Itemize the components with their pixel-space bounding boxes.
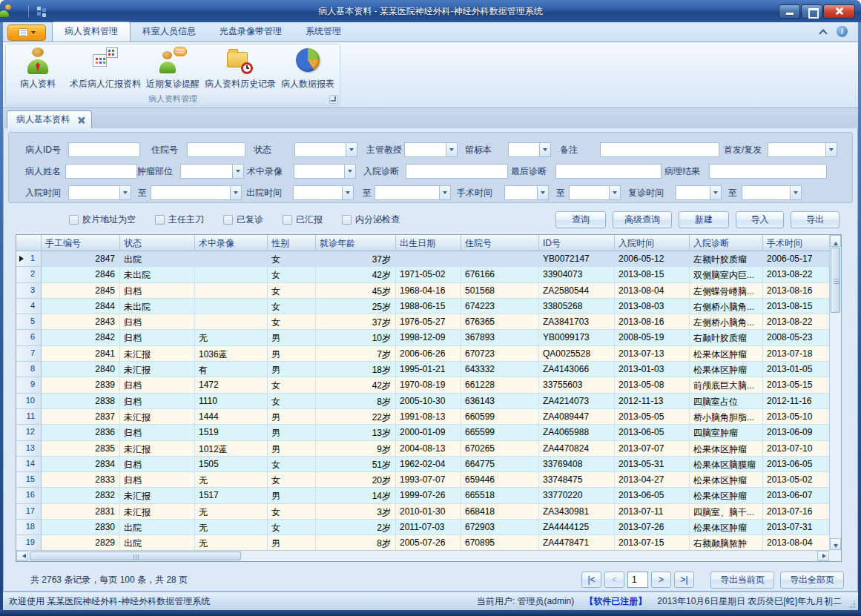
table-row[interactable]: 102838归档1110女8岁2005-10-30636143ZA4214073…: [16, 394, 841, 409]
resize-grip[interactable]: [848, 600, 855, 608]
table-row[interactable]: 112837未汇报1444男22岁1991-08-13660599ZA40894…: [16, 409, 841, 425]
quick-access-icon[interactable]: [36, 6, 47, 16]
checkbox-item[interactable]: 主任主刀: [155, 213, 204, 226]
table-row[interactable]: 92839归档1472女42岁1970-08-19661228337556032…: [16, 377, 841, 393]
filter-input[interactable]: [600, 142, 719, 157]
table-row[interactable]: 22846未出院女42岁1971-05-02676166339040732013…: [16, 267, 841, 282]
row-header[interactable]: 17: [16, 504, 42, 520]
table-row[interactable]: 32845归档女45岁1968-04-16501568ZA25805442013…: [16, 283, 841, 299]
column-header[interactable]: [16, 235, 42, 251]
column-header[interactable]: 住院号: [461, 235, 539, 251]
combo-dropdown-button[interactable]: [825, 143, 837, 156]
checkbox-item[interactable]: 胶片地址为空: [69, 213, 136, 226]
collapse-ribbon-icon[interactable]: [819, 30, 826, 34]
column-header[interactable]: 状态: [120, 235, 195, 251]
query-button[interactable]: 查询: [555, 211, 606, 228]
page-number-input[interactable]: [627, 572, 648, 588]
row-header[interactable]: 2: [16, 267, 42, 282]
checkbox[interactable]: [223, 215, 233, 225]
table-row[interactable]: 152833归档无女20岁1993-07-0765944633748475201…: [16, 472, 841, 488]
table-row[interactable]: 162832未汇报1517男14岁1999-07-266655183377022…: [16, 488, 841, 503]
filter-combo[interactable]: [404, 142, 458, 157]
filter-combo[interactable]: [508, 142, 551, 157]
filter-input[interactable]: [187, 142, 245, 157]
filter-combo[interactable]: [294, 164, 356, 179]
filter-combo[interactable]: [768, 142, 837, 157]
close-button[interactable]: [823, 4, 855, 19]
column-header[interactable]: 手术时间: [763, 235, 830, 251]
filter-input[interactable]: [68, 142, 140, 157]
export-current-page-button[interactable]: 导出当前页: [710, 572, 774, 589]
row-header[interactable]: 7: [16, 346, 42, 362]
registration-status-link[interactable]: 【软件已注册】: [584, 595, 647, 608]
checkbox-item[interactable]: 内分泌检查: [342, 213, 400, 226]
first-page-button[interactable]: |<: [581, 572, 601, 588]
previous-page-button[interactable]: <: [604, 572, 624, 588]
vertical-scrollbar[interactable]: [829, 235, 841, 550]
combo-dropdown-button[interactable]: [232, 165, 243, 178]
ribbon-button-calendar[interactable]: 术后病人汇报资料: [68, 46, 142, 92]
column-header[interactable]: 性别: [268, 235, 316, 251]
filter-input[interactable]: [709, 164, 827, 179]
filter-combo[interactable]: [375, 185, 451, 200]
ribbon-tab[interactable]: 病人资料管理: [52, 21, 131, 42]
dialog-launcher-icon[interactable]: [329, 95, 338, 104]
column-header[interactable]: 入院时间: [615, 235, 690, 251]
row-header[interactable]: 15: [16, 472, 42, 488]
column-header[interactable]: 出生日期: [396, 235, 461, 251]
ribbon-button-reminder[interactable]: 近期复诊提醒: [142, 46, 203, 92]
filter-input[interactable]: [555, 164, 662, 179]
table-row[interactable]: 72841未汇报1036蓝男7岁2006-06-26670723QA002552…: [16, 346, 841, 362]
last-page-button[interactable]: >|: [674, 572, 694, 588]
table-row[interactable]: 42844未出院女25岁1988-06-15674223338052682013…: [16, 299, 841, 314]
checkbox[interactable]: [283, 215, 292, 225]
filter-combo[interactable]: [293, 185, 354, 200]
table-row[interactable]: 122836归档1519男13岁2000-01-09665599ZA406598…: [16, 425, 841, 440]
next-page-button[interactable]: >: [651, 572, 671, 588]
row-header[interactable]: 11: [16, 409, 42, 425]
checkbox-item[interactable]: 已汇报: [283, 213, 323, 226]
document-tab[interactable]: 病人基本资料: [7, 110, 92, 128]
combo-dropdown-button[interactable]: [537, 186, 548, 199]
row-header[interactable]: 5: [16, 314, 42, 330]
filter-input[interactable]: [65, 164, 137, 179]
column-header[interactable]: 就诊年龄: [316, 235, 396, 251]
row-header[interactable]: 19: [16, 535, 42, 551]
scroll-left-button[interactable]: [16, 551, 28, 561]
minimize-button[interactable]: [779, 4, 800, 19]
row-header[interactable]: 1: [16, 251, 42, 267]
ribbon-tab[interactable]: 科室人员信息: [131, 22, 208, 42]
ribbon-button-history[interactable]: 病人资料历史记录: [203, 46, 277, 92]
scroll-up-button[interactable]: [830, 235, 841, 247]
table-row[interactable]: 192829出院无男8岁2005-07-26670895ZA4478471201…: [16, 535, 841, 551]
ribbon-button-patient[interactable]: 病人资料: [7, 46, 68, 92]
checkbox-item[interactable]: 已复诊: [223, 213, 263, 226]
row-header[interactable]: 4: [16, 299, 42, 314]
row-header[interactable]: 16: [16, 488, 42, 503]
table-row[interactable]: 12847出院女37岁YB00721472006-05-12左额叶胶质瘤2006…: [16, 251, 841, 267]
action-button[interactable]: 高级查询: [613, 211, 672, 228]
action-button[interactable]: 导出: [791, 211, 839, 228]
filter-combo[interactable]: [180, 164, 244, 179]
combo-dropdown-button[interactable]: [710, 186, 721, 199]
checkbox[interactable]: [69, 215, 79, 225]
row-header[interactable]: 3: [16, 283, 42, 299]
action-button[interactable]: 导入: [736, 211, 784, 228]
table-row[interactable]: 172831未汇报无女3岁2010-01-30668418ZA343098120…: [16, 504, 841, 520]
combo-dropdown-button[interactable]: [539, 143, 550, 156]
scroll-down-button[interactable]: [830, 538, 841, 550]
column-header[interactable]: 术中录像: [195, 235, 268, 251]
info-icon[interactable]: i: [837, 26, 848, 37]
combo-dropdown-button[interactable]: [790, 186, 801, 199]
combo-dropdown-button[interactable]: [230, 186, 241, 199]
maximize-button[interactable]: [801, 4, 822, 19]
combo-dropdown-button[interactable]: [439, 186, 450, 199]
filter-combo[interactable]: [68, 185, 131, 200]
row-header[interactable]: 9: [16, 377, 42, 393]
column-header[interactable]: ID号: [539, 235, 615, 251]
combo-dropdown-button[interactable]: [346, 143, 357, 156]
vertical-scroll-thumb[interactable]: [831, 248, 840, 313]
column-header[interactable]: 入院诊断: [690, 235, 763, 251]
horizontal-scrollbar[interactable]: [16, 550, 829, 561]
table-row[interactable]: 82840未汇报有男18岁1995-01-21643332ZA414306620…: [16, 362, 841, 377]
